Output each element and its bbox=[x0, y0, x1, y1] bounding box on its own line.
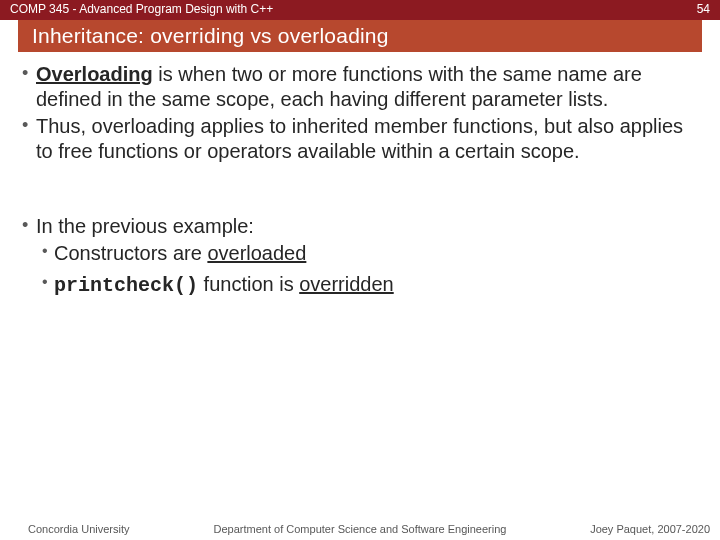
bullet-3a: Constructors are overloaded bbox=[20, 241, 692, 266]
bullet-3-text: In the previous example: bbox=[36, 215, 254, 237]
bullet-3: In the previous example: bbox=[20, 214, 692, 239]
bullet-1: Overloading is when two or more function… bbox=[20, 62, 692, 112]
bullet-3b-underline: overridden bbox=[299, 273, 394, 295]
slide: COMP 345 - Advanced Program Design with … bbox=[0, 0, 720, 540]
bullet-2-text: Thus, overloading applies to inherited m… bbox=[36, 115, 683, 162]
slide-body: Overloading is when two or more function… bbox=[20, 62, 692, 516]
bullet-3b: printcheck() function is overridden bbox=[20, 272, 692, 298]
title-bar: Inheritance: overriding vs overloading bbox=[18, 20, 702, 52]
bullet-3a-pre: Constructors are bbox=[54, 242, 207, 264]
spacer bbox=[20, 166, 692, 214]
footer-left: Concordia University bbox=[28, 523, 129, 540]
slide-title: Inheritance: overriding vs overloading bbox=[32, 24, 389, 48]
bullet-3b-mid: function is bbox=[198, 273, 299, 295]
footer-right: Joey Paquet, 2007-2020 bbox=[590, 523, 710, 540]
slide-number: 54 bbox=[697, 2, 710, 20]
bullet-3a-underline: overloaded bbox=[207, 242, 306, 264]
bullet-2: Thus, overloading applies to inherited m… bbox=[20, 114, 692, 164]
footer: Concordia University Department of Compu… bbox=[0, 522, 720, 540]
top-bar: COMP 345 - Advanced Program Design with … bbox=[0, 0, 720, 20]
bullet-3b-code: printcheck() bbox=[54, 274, 198, 297]
course-label: COMP 345 - Advanced Program Design with … bbox=[10, 2, 273, 20]
bullet-1-term: Overloading bbox=[36, 63, 153, 85]
